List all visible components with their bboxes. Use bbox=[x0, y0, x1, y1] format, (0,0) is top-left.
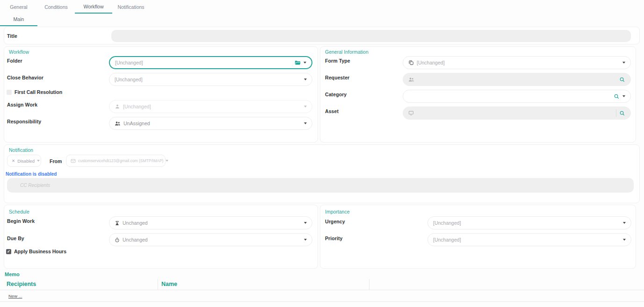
memo-column-recipients: Recipients bbox=[7, 281, 36, 287]
begin-work-select[interactable]: Unchanged bbox=[109, 216, 312, 229]
memo-column-divider bbox=[158, 279, 158, 290]
tab-notifications[interactable]: Notifications bbox=[112, 0, 150, 14]
responsibility-value: UnAssigned bbox=[123, 121, 301, 126]
cc-recipients-input[interactable]: CC Recipients bbox=[7, 178, 634, 193]
workflow-heading: Workflow bbox=[9, 49, 29, 55]
memo-new-link[interactable]: New ... bbox=[8, 293, 22, 299]
general-information-panel: General Information Form Type [Unchanged… bbox=[320, 46, 636, 143]
memo-column-name: Name bbox=[161, 281, 177, 287]
category-select[interactable] bbox=[403, 90, 631, 103]
priority-select[interactable]: [Unchanged] bbox=[427, 233, 631, 246]
caret-down-icon bbox=[37, 160, 40, 162]
caret-down-icon bbox=[304, 79, 307, 80]
close-behavior-select[interactable]: [Unchanged] bbox=[109, 73, 312, 86]
hourglass-icon bbox=[115, 221, 120, 226]
caret-down-icon bbox=[304, 106, 307, 107]
title-label: Title bbox=[7, 33, 17, 39]
caret-down-icon bbox=[622, 95, 625, 97]
caret-down-icon bbox=[304, 239, 307, 241]
importance-heading: Importance bbox=[325, 209, 350, 214]
search-icon[interactable] bbox=[619, 77, 625, 83]
importance-panel: Importance Urgency [Unchanged] Priority … bbox=[320, 205, 636, 269]
form-type-label: Form Type bbox=[325, 58, 350, 64]
requester-label: Requester bbox=[325, 75, 349, 80]
asset-input[interactable] bbox=[403, 107, 631, 120]
apply-business-hours-label: Apply Business Hours bbox=[14, 249, 66, 254]
tab-notifications-label: Notifications bbox=[117, 4, 144, 10]
from-label: From bbox=[50, 158, 62, 164]
schedule-panel: Schedule Begin Work Unchanged Due By Unc… bbox=[4, 205, 318, 269]
assign-work-select[interactable]: [Unchanged] bbox=[109, 100, 312, 113]
title-input[interactable] bbox=[111, 30, 631, 42]
person-icon bbox=[115, 104, 120, 109]
responsibility-select[interactable]: UnAssigned bbox=[109, 117, 312, 130]
form-type-select[interactable]: [Unchanged] bbox=[403, 56, 631, 69]
notification-status-select[interactable]: ✕ Disabled bbox=[7, 155, 41, 167]
form-type-value: [Unchanged] bbox=[417, 60, 620, 65]
apply-business-hours-checkbox[interactable]: ✓ bbox=[6, 249, 11, 254]
from-account-value: customservicehdt123@gmail.com (SMTP/IMAP… bbox=[78, 158, 163, 163]
memo-row-border bbox=[0, 301, 644, 302]
mail-icon bbox=[71, 158, 76, 164]
due-by-label: Due By bbox=[7, 236, 24, 241]
folder-icon bbox=[295, 60, 301, 66]
x-icon[interactable]: ✕ bbox=[12, 158, 15, 163]
urgency-label: Urgency bbox=[325, 219, 345, 224]
workflow-panel: Workflow Folder [Unchanged] Close Behavi… bbox=[4, 46, 318, 143]
caret-down-icon bbox=[166, 160, 168, 162]
tab-general[interactable]: General bbox=[0, 0, 37, 14]
caret-down-icon bbox=[622, 62, 625, 64]
tab-workflow[interactable]: Workflow bbox=[75, 0, 112, 14]
first-call-resolution-checkbox[interactable] bbox=[7, 90, 12, 95]
due-by-select[interactable]: Unchanged bbox=[109, 233, 312, 246]
urgency-select[interactable]: [Unchanged] bbox=[427, 216, 631, 229]
apply-business-hours-row: ✓ Apply Business Hours bbox=[6, 249, 66, 254]
close-behavior-label: Close Behavior bbox=[7, 75, 43, 80]
caret-down-icon bbox=[304, 122, 307, 124]
tab-general-label: General bbox=[10, 4, 27, 10]
caret-down-icon bbox=[304, 222, 307, 224]
stopwatch-icon bbox=[115, 237, 120, 243]
close-behavior-value: [Unchanged] bbox=[115, 77, 301, 82]
tab-conditions[interactable]: Conditions bbox=[37, 0, 75, 14]
begin-work-label: Begin Work bbox=[7, 218, 35, 224]
field-divider bbox=[616, 109, 616, 117]
tab-main-label: Main bbox=[14, 16, 24, 22]
asset-label: Asset bbox=[325, 108, 339, 114]
notification-status-value: Disabled bbox=[17, 158, 35, 164]
monitor-icon bbox=[408, 110, 414, 116]
priority-value: [Unchanged] bbox=[433, 237, 620, 243]
memo-heading: Memo bbox=[5, 271, 20, 277]
search-icon[interactable] bbox=[619, 110, 625, 116]
folder-label: Folder bbox=[7, 58, 22, 64]
title-panel: Title bbox=[4, 27, 640, 44]
search-icon[interactable] bbox=[614, 93, 620, 100]
workflow-settings-page: General Conditions Workflow Notification… bbox=[0, 0, 644, 307]
from-account-select[interactable]: customservicehdt123@gmail.com (SMTP/IMAP… bbox=[66, 155, 166, 167]
first-call-resolution-label: First Call Resolution bbox=[14, 89, 62, 95]
folder-select[interactable]: [Unchanged] bbox=[109, 56, 312, 69]
people-icon bbox=[408, 77, 414, 83]
folder-value: [Unchanged] bbox=[115, 60, 292, 65]
assign-work-label: Assign Work bbox=[7, 102, 37, 107]
urgency-value: [Unchanged] bbox=[433, 220, 620, 226]
notification-heading: Notification bbox=[9, 147, 33, 153]
notification-panel: Notification ✕ Disabled From customservi… bbox=[4, 144, 640, 203]
schedule-heading: Schedule bbox=[9, 209, 29, 214]
caret-down-icon bbox=[304, 62, 306, 64]
first-call-resolution-row: First Call Resolution bbox=[7, 89, 62, 95]
memo-column-divider bbox=[369, 279, 369, 290]
memo-header-border bbox=[0, 290, 644, 290]
begin-work-value: Unchanged bbox=[123, 220, 301, 226]
tab-conditions-label: Conditions bbox=[44, 4, 68, 10]
due-by-value: Unchanged bbox=[123, 237, 301, 243]
priority-label: Priority bbox=[325, 236, 343, 241]
requester-input[interactable] bbox=[403, 73, 631, 86]
people-icon bbox=[115, 121, 121, 127]
notification-disabled-message: Notification is disabled bbox=[6, 171, 57, 177]
cc-recipients-placeholder: CC Recipients bbox=[20, 183, 50, 188]
general-information-heading: General Information bbox=[325, 49, 369, 55]
tab-main[interactable]: Main bbox=[0, 13, 37, 26]
assign-work-value: [Unchanged] bbox=[123, 104, 301, 109]
caret-down-icon bbox=[623, 222, 626, 224]
